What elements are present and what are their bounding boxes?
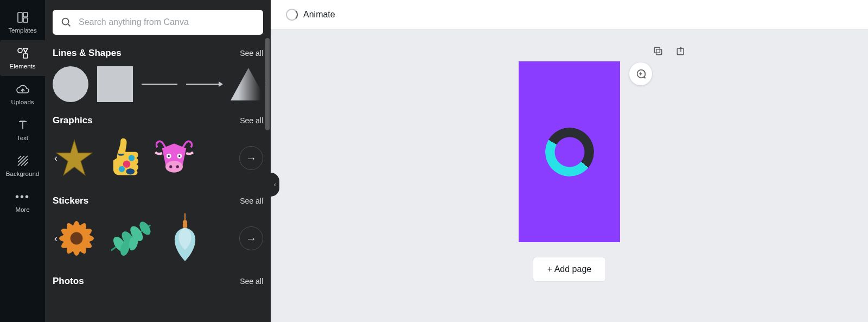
- graphic-thumbs-up[interactable]: [103, 134, 146, 182]
- section-head: Lines & Shapes See all: [53, 48, 263, 59]
- chevron-left-icon[interactable]: ‹: [50, 153, 61, 164]
- see-all-link[interactable]: See all: [240, 116, 263, 125]
- search-container: [53, 10, 263, 35]
- section-head: Photos See all: [53, 276, 263, 287]
- svg-point-9: [119, 166, 125, 172]
- leaf-icon: [107, 218, 155, 259]
- search-input[interactable]: [53, 10, 263, 35]
- elements-panel: Lines & Shapes See all › Graphics See al…: [45, 0, 271, 322]
- svg-rect-0: [18, 12, 22, 22]
- section-title: Stickers: [53, 195, 88, 206]
- svg-point-8: [129, 155, 135, 161]
- svg-rect-34: [654, 47, 660, 53]
- section-title: Graphics: [53, 115, 93, 126]
- rail-item-background[interactable]: Background: [0, 148, 45, 184]
- animate-button[interactable]: Animate: [282, 5, 340, 24]
- shape-triangle[interactable]: [231, 68, 263, 100]
- svg-point-11: [165, 161, 183, 172]
- shape-circle[interactable]: [53, 66, 88, 102]
- svg-rect-33: [183, 223, 187, 228]
- section-stickers: Stickers See all ‹: [53, 195, 263, 263]
- chevron-right-icon[interactable]: ›: [265, 77, 271, 91]
- svg-rect-4: [23, 54, 28, 58]
- page-actions: [652, 45, 687, 57]
- see-all-link[interactable]: See all: [240, 49, 263, 58]
- stickers-row: ‹: [53, 214, 263, 263]
- shapes-row-items: [53, 66, 263, 102]
- animate-icon: [286, 9, 298, 21]
- page-canvas[interactable]: [519, 61, 620, 242]
- comment-icon: [635, 68, 647, 80]
- shape-arrow[interactable]: [186, 84, 222, 85]
- shapes-row: ›: [53, 66, 263, 102]
- ornament-icon: [165, 213, 205, 263]
- svg-rect-2: [23, 18, 28, 22]
- duplicate-page-button[interactable]: [652, 45, 664, 57]
- chevron-left-icon[interactable]: ‹: [50, 233, 61, 244]
- rail-item-more[interactable]: ••• More: [0, 184, 45, 219]
- svg-point-16: [168, 155, 170, 157]
- templates-icon: [16, 11, 29, 24]
- rail-label: Templates: [8, 27, 36, 34]
- rail-label: Background: [6, 171, 39, 177]
- rail-label: More: [15, 206, 29, 213]
- flower-icon: [55, 217, 98, 260]
- section-head: Stickers See all: [53, 195, 263, 206]
- graphics-row: ‹: [53, 134, 263, 182]
- add-comment-button[interactable]: [629, 62, 652, 85]
- section-head: Graphics See all: [53, 115, 263, 126]
- svg-rect-35: [656, 49, 661, 55]
- export-icon: [675, 46, 686, 56]
- elements-icon: [16, 47, 29, 60]
- rail-item-uploads[interactable]: Uploads: [0, 76, 45, 112]
- shape-square[interactable]: [97, 66, 133, 102]
- svg-point-13: [176, 165, 179, 168]
- svg-point-3: [18, 48, 22, 53]
- svg-point-17: [178, 155, 181, 157]
- editor: Animate + Add page: [271, 0, 868, 322]
- svg-marker-6: [56, 140, 92, 175]
- cow-icon: [152, 135, 196, 181]
- add-page-label: + Add page: [547, 264, 591, 274]
- section-graphics: Graphics See all ‹: [53, 115, 263, 182]
- add-page-button[interactable]: + Add page: [533, 257, 605, 281]
- svg-point-10: [126, 168, 135, 174]
- export-page-button[interactable]: [675, 45, 687, 57]
- section-lines-shapes: Lines & Shapes See all ›: [53, 48, 263, 102]
- text-icon: [16, 118, 29, 131]
- graphic-cow[interactable]: [152, 134, 196, 182]
- rail-label: Text: [17, 135, 28, 141]
- sticker-leaf[interactable]: [107, 214, 155, 263]
- see-all-link[interactable]: See all: [240, 197, 263, 205]
- animate-label: Animate: [303, 10, 335, 20]
- section-title: Lines & Shapes: [53, 48, 122, 59]
- nav-rail: Templates Elements Uploads Text Backgrou…: [0, 0, 45, 322]
- next-stickers-button[interactable]: →: [239, 226, 263, 250]
- search-icon: [60, 16, 72, 28]
- rail-label: Elements: [10, 63, 36, 70]
- see-all-link[interactable]: See all: [240, 277, 263, 286]
- duplicate-icon: [653, 46, 663, 56]
- rail-item-text[interactable]: Text: [0, 112, 45, 148]
- next-graphics-button[interactable]: →: [239, 146, 263, 170]
- svg-rect-1: [23, 12, 28, 17]
- shape-line[interactable]: [142, 84, 177, 85]
- uploads-icon: [16, 83, 29, 96]
- section-photos: Photos See all: [53, 276, 263, 294]
- rail-label: Uploads: [11, 99, 34, 105]
- thumb-icon: [105, 134, 144, 182]
- page[interactable]: [519, 61, 620, 242]
- more-icon: •••: [15, 190, 30, 203]
- canvas-area: + Add page: [271, 30, 868, 322]
- svg-rect-36: [677, 48, 684, 55]
- rail-item-templates[interactable]: Templates: [0, 4, 45, 40]
- app-root: Templates Elements Uploads Text Backgrou…: [0, 0, 868, 322]
- editor-topbar: Animate: [271, 0, 868, 30]
- background-icon: [16, 154, 29, 167]
- svg-point-7: [123, 161, 131, 168]
- sticker-ornament[interactable]: [161, 214, 209, 263]
- svg-point-12: [169, 165, 172, 168]
- section-title: Photos: [53, 276, 84, 287]
- rail-item-elements[interactable]: Elements: [0, 40, 45, 76]
- svg-point-5: [62, 18, 69, 25]
